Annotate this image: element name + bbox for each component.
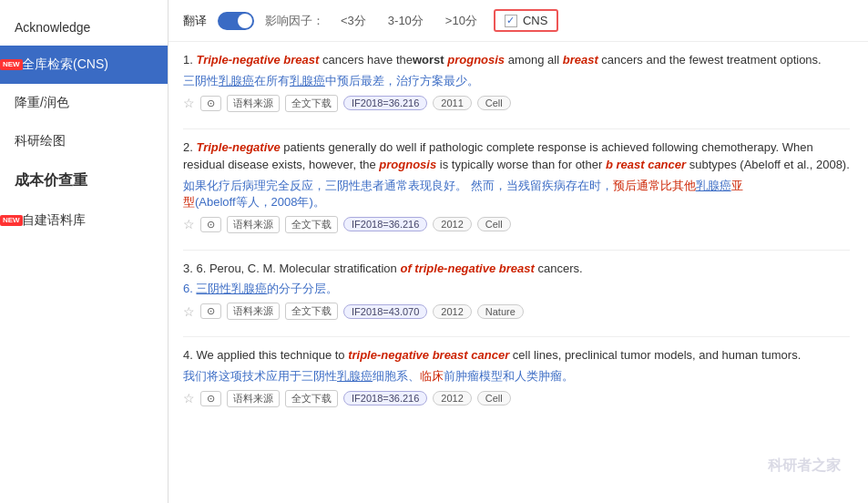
result-meta-1: ☆ ⊙ 语料来源 全文下载 IF2018=36.216 2011 Cell [183, 95, 850, 112]
text-4c: cell lines, preclinical tumor models, an… [509, 348, 801, 362]
text-2d: is typically worse than for other [436, 158, 606, 171]
source-btn-4[interactable]: 语料来源 [227, 390, 280, 407]
copy-btn-4[interactable]: ⊙ [200, 391, 221, 406]
result-cn-2[interactable]: 如果化疗后病理完全反应，三阴性患者通常表现良好。 然而，当残留疾病存在时，预后通… [183, 178, 850, 210]
download-btn-1[interactable]: 全文下载 [285, 95, 338, 112]
translate-toggle[interactable] [218, 12, 254, 30]
highlight-3b: of triple-negative breast [400, 262, 534, 275]
divider-1 [183, 128, 850, 129]
result-title-1: 1. Triple-negative breast cancers have t… [183, 51, 850, 69]
sidebar-item-sci-figure[interactable]: 科研绘图 [0, 122, 168, 160]
result-number-4: 4. [183, 348, 196, 362]
if-tag-2: IF2018=36.216 [343, 217, 427, 231]
text-3a: 6. Perou, C. M. Molecular stratification [196, 262, 400, 275]
copy-btn-1[interactable]: ⊙ [200, 96, 221, 111]
result-cn-3[interactable]: 6. 三阴性乳腺癌的分子分层。 [183, 281, 850, 297]
star-2[interactable]: ☆ [183, 217, 195, 231]
if-tag-4: IF2018=36.216 [343, 391, 427, 405]
result-item-2: 2. Triple-negative patients generally do… [183, 139, 850, 233]
sidebar-item-label: 成本价查重 [15, 172, 87, 188]
year-tag-3: 2012 [433, 304, 471, 319]
highlight-2g: reast cancer [616, 158, 686, 171]
filter-bar: 翻译 影响因子： <3分 3-10分 >10分 ✓ CNS [168, 0, 868, 42]
text-1h: cancers and the fewest treatment options… [598, 53, 822, 67]
star-4[interactable]: ☆ [183, 391, 195, 405]
result-meta-2: ☆ ⊙ 语料来源 全文下载 IF2018=36.216 2012 Cell [183, 216, 850, 233]
copy-btn-2[interactable]: ⊙ [200, 217, 221, 232]
result-title-2: 2. Triple-negative patients generally do… [183, 139, 850, 174]
sidebar-item-full-search[interactable]: NEW 全库检索(CNS) [0, 46, 168, 84]
new-badge: NEW [0, 59, 23, 70]
sidebar-item-label: 全库检索(CNS) [22, 56, 108, 71]
sidebar-item-reduce-color[interactable]: 降重/润色 [0, 84, 168, 122]
star-3[interactable]: ☆ [183, 304, 195, 319]
source-btn-3[interactable]: 语料来源 [227, 303, 280, 320]
year-tag-1: 2011 [433, 96, 471, 110]
text-3c: cancers. [535, 262, 583, 275]
score-more-10[interactable]: >10分 [440, 11, 483, 31]
sidebar-item-cost-check[interactable]: 成本价查重 [0, 160, 168, 201]
result-number-1: 1. [183, 53, 196, 67]
results-list: 1. Triple-negative breast cancers have t… [168, 42, 868, 503]
result-number-3: 3. [183, 262, 196, 275]
score-less-3[interactable]: <3分 [335, 11, 372, 31]
result-cn-1[interactable]: 三阴性乳腺癌在所有乳腺癌中预后最差，治疗方案最少。 [183, 73, 850, 89]
result-meta-4: ☆ ⊙ 语料来源 全文下载 IF2018=36.216 2012 Cell [183, 390, 850, 407]
if-tag-1: IF2018=36.216 [343, 96, 427, 110]
result-title-4: 4. We applied this technique to triple-n… [183, 346, 850, 364]
cns-filter-box[interactable]: ✓ CNS [494, 9, 558, 32]
text-2h: subtypes (Abeloff et al., 2008). [686, 158, 850, 171]
highlight-2a: Triple-negative [196, 140, 280, 154]
influence-label: 影响因子： [265, 13, 324, 29]
result-meta-3: ☆ ⊙ 语料来源 全文下载 IF2018=43.070 2012 Nature [183, 303, 850, 320]
sidebar-item-label: 自建语料库 [22, 212, 86, 227]
journal-tag-4: Cell [477, 391, 511, 405]
result-item-4: 4. We applied this technique to triple-n… [183, 346, 850, 407]
divider-3 [183, 336, 850, 337]
divider-2 [183, 250, 850, 251]
result-item-1: 1. Triple-negative breast cancers have t… [183, 51, 850, 112]
year-tag-2: 2012 [433, 217, 471, 231]
sidebar-item-label: 降重/润色 [15, 95, 69, 109]
journal-tag-1: Cell [477, 96, 511, 110]
source-btn-1[interactable]: 语料来源 [227, 95, 280, 112]
new-badge-2: NEW [0, 215, 23, 226]
sidebar-item-label: Acknowledge [15, 20, 90, 35]
text-4a: We applied this technique to [196, 348, 348, 362]
if-tag-3: IF2018=43.070 [343, 304, 427, 319]
sidebar-item-acknowledge[interactable]: Acknowledge [0, 9, 168, 46]
highlight-1a: Triple-negative breast [196, 53, 319, 67]
highlight-1g: breast [563, 53, 598, 67]
text-1c: worst [413, 53, 444, 67]
sidebar: Acknowledge NEW 全库检索(CNS) 降重/润色 科研绘图 成本价… [0, 0, 168, 503]
journal-tag-3: Nature [477, 304, 524, 319]
main-content: 翻译 影响因子： <3分 3-10分 >10分 ✓ CNS 1. Triple-… [168, 0, 868, 503]
highlight-1e: prognosis [447, 53, 505, 67]
result-number-2: 2. [183, 140, 196, 154]
copy-btn-3[interactable]: ⊙ [200, 303, 221, 319]
year-tag-4: 2012 [433, 391, 471, 405]
star-1[interactable]: ☆ [183, 96, 195, 110]
sidebar-item-label: 科研绘图 [15, 133, 66, 148]
cns-checkbox[interactable]: ✓ [505, 15, 517, 27]
highlight-4b: triple-negative breast cancer [348, 348, 509, 362]
journal-tag-2: Cell [477, 217, 511, 231]
score-3-10[interactable]: 3-10分 [383, 11, 429, 31]
result-item-3: 3. 6. Perou, C. M. Molecular stratificat… [183, 260, 850, 321]
source-btn-2[interactable]: 语料来源 [227, 216, 280, 233]
download-btn-2[interactable]: 全文下载 [285, 216, 338, 233]
text-1b: cancers have the [319, 53, 413, 67]
sidebar-item-custom-corpus[interactable]: NEW 自建语料库 [0, 201, 168, 240]
result-title-3: 3. 6. Perou, C. M. Molecular stratificat… [183, 260, 850, 278]
cns-label: CNS [523, 14, 547, 27]
download-btn-4[interactable]: 全文下载 [285, 390, 338, 407]
translate-label: 翻译 [183, 13, 207, 29]
highlight-2c: prognosis [379, 158, 436, 171]
text-1f: among all [505, 53, 563, 67]
highlight-2e: b [606, 158, 613, 171]
download-btn-3[interactable]: 全文下载 [285, 303, 338, 320]
result-cn-4[interactable]: 我们将这项技术应用于三阴性乳腺癌细胞系、临床前肿瘤模型和人类肿瘤。 [183, 368, 850, 385]
